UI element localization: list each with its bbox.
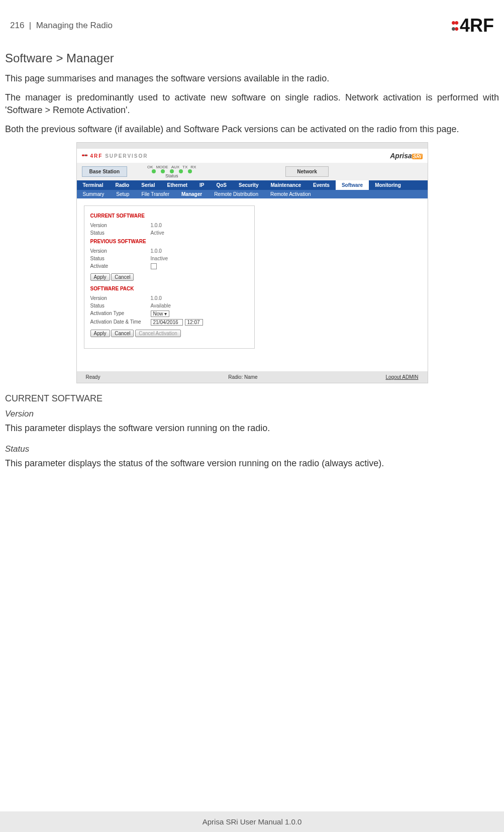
aprisa-text: Aprisa <box>390 152 412 160</box>
current-software-title: CURRENT SOFTWARE <box>5 393 499 404</box>
led-icon <box>152 169 156 173</box>
sub-nav: Summary Setup File Transfer Manager Remo… <box>77 190 428 198</box>
nav-ip[interactable]: IP <box>193 180 210 190</box>
header-left: 216 | Managing the Radio <box>10 21 113 31</box>
cancel-button[interactable]: Cancel <box>111 330 134 337</box>
label-activation-type: Activation Type <box>90 310 151 317</box>
led-icon <box>179 169 183 173</box>
supervisor-label: SUPERVISOR <box>105 153 148 159</box>
led-label-tx: TX <box>182 165 187 169</box>
current-status-value: Active <box>151 230 164 236</box>
subnav-summary[interactable]: Summary <box>77 190 111 198</box>
label-version: Version <box>90 223 151 228</box>
status-heading: Status <box>5 444 499 454</box>
label-status: Status <box>90 230 151 236</box>
activation-date-input[interactable]: 21/04/2016 <box>151 319 183 326</box>
label-version: Version <box>90 295 151 301</box>
aprisa-suffix: SRi <box>412 154 423 159</box>
label-status: Status <box>90 303 151 308</box>
nav-maintenance[interactable]: Maintenance <box>265 180 308 190</box>
status-ready: Ready <box>86 374 100 380</box>
led-label-rx: RX <box>190 165 196 169</box>
status-text: This parameter displays the status of th… <box>5 457 499 469</box>
subnav-setup[interactable]: Setup <box>110 190 135 198</box>
supervisor-logo: •• •• 4RF SUPERVISOR <box>82 153 148 159</box>
activation-type-value: Now <box>153 311 163 317</box>
led-label-aux: AUX <box>171 165 179 169</box>
footer-text: Aprisa SRi User Manual 1.0.0 <box>203 817 302 826</box>
subnav-filetransfer[interactable]: File Transfer <box>135 190 175 198</box>
nav-ethernet[interactable]: Ethernet <box>161 180 193 190</box>
logout-link[interactable]: Logout ADMIN <box>385 374 418 380</box>
activate-checkbox[interactable] <box>151 263 157 269</box>
activation-time-input[interactable]: 12:07 <box>185 319 203 326</box>
page-footer: Aprisa SRi User Manual 1.0.0 <box>0 811 504 832</box>
nav-serial[interactable]: Serial <box>135 180 161 190</box>
nav-qos[interactable]: QoS <box>210 180 233 190</box>
led-icon <box>188 169 192 173</box>
status-label: Status <box>165 173 178 178</box>
subnav-remote-dist[interactable]: Remote Distribution <box>208 190 264 198</box>
version-heading: Version <box>5 409 499 419</box>
subnav-remote-act[interactable]: Remote Activation <box>264 190 317 198</box>
apply-button[interactable]: Apply <box>90 330 110 337</box>
status-leds: OK MODE AUX TX RX Status <box>147 165 196 178</box>
activation-type-select[interactable]: Now ▾ <box>151 310 170 317</box>
nav-radio[interactable]: Radio <box>109 180 135 190</box>
main-nav: Terminal Radio Serial Ethernet IP QoS Se… <box>77 180 428 190</box>
pack-version-value: 1.0.0 <box>151 295 162 301</box>
radio-name: Radio: Name <box>228 374 257 380</box>
nav-events[interactable]: Events <box>307 180 336 190</box>
led-icon <box>170 169 174 173</box>
current-version-value: 1.0.0 <box>151 223 162 228</box>
brand-logo: •• •• 4RF <box>451 15 494 36</box>
prev-status-value: Inactive <box>151 256 168 261</box>
header-sep: | <box>27 21 36 30</box>
intro-p1: This page summarises and manages the sof… <box>5 72 499 84</box>
current-software-header: CURRENT SOFTWARE <box>90 213 248 219</box>
nav-monitoring[interactable]: Monitoring <box>369 180 407 190</box>
network-button[interactable]: Network <box>285 166 328 177</box>
label-activate: Activate <box>90 263 151 269</box>
led-icon <box>161 169 165 173</box>
cancel-activation-button[interactable]: Cancel Activation <box>135 330 181 337</box>
page-number: 216 <box>10 21 24 30</box>
prev-version-value: 1.0.0 <box>151 248 162 254</box>
nav-software[interactable]: Software <box>336 180 369 190</box>
logo-dots-icon: •• •• <box>451 20 458 32</box>
version-text: This parameter displays the software ver… <box>5 422 499 434</box>
subnav-manager[interactable]: Manager <box>175 190 208 198</box>
label-version: Version <box>90 248 151 254</box>
apply-button[interactable]: Apply <box>90 273 110 281</box>
nav-terminal[interactable]: Terminal <box>77 180 110 190</box>
nav-security[interactable]: Security <box>233 180 264 190</box>
page-title: Software > Manager <box>5 51 499 65</box>
label-activation-datetime: Activation Date & Time <box>90 319 151 326</box>
base-station-button[interactable]: Base Station <box>82 166 128 177</box>
led-label-mode: MODE <box>156 165 168 169</box>
aprisa-logo: AprisaSRi <box>390 152 422 160</box>
intro-p3: Both the previous software (if available… <box>5 123 499 135</box>
led-label-ok: OK <box>147 165 153 169</box>
cancel-button[interactable]: Cancel <box>111 273 134 281</box>
software-panel: CURRENT SOFTWARE Version1.0.0 StatusActi… <box>84 205 255 349</box>
supervisor-dots-icon: •• •• <box>82 154 87 157</box>
software-pack-header: SOFTWARE PACK <box>90 286 248 291</box>
header-section: Managing the Radio <box>36 21 113 30</box>
page-header: 216 | Managing the Radio •• •• 4RF <box>5 15 499 36</box>
intro-p2: The manager is predominantly used to act… <box>5 91 499 116</box>
previous-software-header: PREVIOUS SOFTWARE <box>90 239 248 244</box>
label-status: Status <box>90 256 151 261</box>
brand-text: 4RF <box>460 15 494 36</box>
embedded-screenshot: •• •• 4RF SUPERVISOR AprisaSRi Base Stat… <box>76 142 428 383</box>
pack-status-value: Available <box>151 303 171 308</box>
